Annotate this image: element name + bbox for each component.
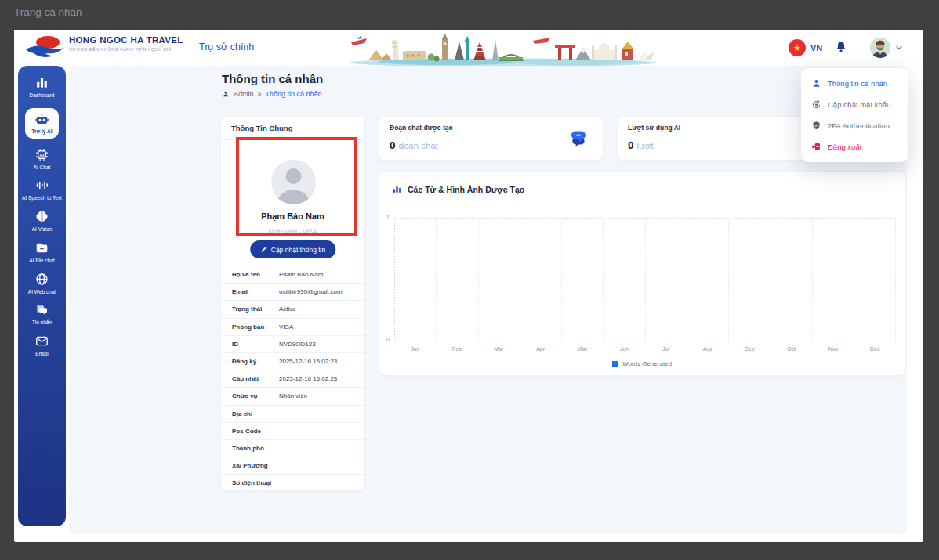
header-divider — [190, 38, 190, 57]
dashboard-bars-icon — [34, 75, 49, 90]
folder-icon — [34, 240, 49, 255]
stat-card-chats-created: Đoạn chat được tạo 0đoạn chat — [379, 116, 604, 161]
menu-item-update-password[interactable]: Cập nhật mật khẩu — [801, 94, 908, 115]
menu-item-label: 2FA Authentication — [828, 121, 890, 130]
active-item-highlight: Trợ lý AI — [25, 108, 58, 139]
x-axis-tick: Jan — [394, 346, 436, 352]
menu-item-label: Đăng xuất — [828, 143, 861, 151]
x-axis-tick: Sep — [729, 346, 770, 352]
sidebar-item-label: AI Vision — [31, 226, 54, 233]
field-label: Email — [232, 288, 279, 295]
table-row: Trạng tháiActive — [221, 300, 364, 317]
menu-item-2fa[interactable]: 2FA Authentication — [801, 115, 908, 136]
main-content-panel: Thông tin cá nhân Admin » Thông tin cá n… — [69, 66, 907, 534]
field-label: Số điện thoại — [232, 479, 279, 486]
brand-tagline: HƯỚNG ĐẾN NHỮNG HÀNH TRÌNH QUÝ GIÁ — [69, 48, 183, 52]
language-label[interactable]: VN — [810, 43, 822, 52]
table-row: Xã/ Phường — [221, 457, 364, 474]
brand-name: HONG NGOC HA TRAVEL — [69, 36, 183, 45]
field-value: Nhân viên — [279, 392, 307, 399]
breadcrumb-root[interactable]: Admin — [234, 90, 254, 98]
window-title: Trang cá nhân — [14, 6, 82, 18]
sidebar-item-label: AI Web chat — [27, 289, 57, 296]
legend-swatch — [612, 361, 618, 367]
field-label: Xã/ Phường — [232, 462, 279, 469]
brand-text: HONG NGOC HA TRAVEL HƯỚNG ĐẾN NHỮNG HÀNH… — [69, 36, 183, 52]
profile-fields-table: Họ và tênPhạm Bảo Nam Emailovilibir930@g… — [221, 266, 364, 491]
app-header: HONG NGOC HA TRAVEL HƯỚNG ĐẾN NHỮNG HÀNH… — [14, 30, 923, 66]
profile-name: Phạm Bảo Nam — [221, 211, 364, 221]
person-icon — [811, 78, 821, 89]
app-window: HONG NGOC HA TRAVEL HƯỚNG ĐẾN NHỮNG HÀNH… — [14, 30, 923, 542]
profile-role-department: Nhân viên - VISA — [221, 228, 364, 235]
stat-value: 0 — [628, 139, 634, 151]
field-label: Phòng ban — [232, 323, 279, 331]
menu-item-label: Thông tin cá nhân — [828, 79, 887, 88]
menu-item-logout[interactable]: Đăng xuất — [801, 136, 908, 157]
chevron-down-icon[interactable] — [895, 44, 903, 52]
x-axis-tick: Aug — [687, 346, 728, 352]
update-info-button[interactable]: Cập nhật thông tin — [250, 240, 335, 258]
chart-title: Các Từ & Hình Ảnh Được Tạo — [408, 185, 524, 194]
breadcrumb: Admin » Thông tin cá nhân — [222, 90, 322, 98]
field-label: Trạng thái — [232, 305, 279, 313]
field-label: ID — [232, 341, 279, 348]
profile-avatar-placeholder — [271, 160, 316, 204]
chat-bubbles-icon — [34, 302, 49, 317]
menu-item-profile[interactable]: Thông tin cá nhân — [801, 73, 908, 94]
notifications-bell-icon[interactable] — [834, 40, 848, 54]
field-label: Pos Code — [232, 428, 279, 435]
sidebar-item-label: Email — [34, 351, 49, 358]
svg-text:AI: AI — [40, 152, 45, 157]
sidebar-item-email[interactable]: Email — [18, 334, 66, 358]
user-avatar[interactable] — [870, 38, 890, 58]
x-axis-tick: Jul — [645, 346, 687, 352]
page-title: Thông tin cá nhân — [222, 72, 323, 85]
stat-unit: đoạn chat — [399, 141, 439, 150]
chart-plot-area — [394, 218, 896, 341]
password-reset-icon — [811, 99, 821, 110]
menu-item-label: Cập nhật mật khẩu — [828, 100, 890, 109]
field-label: Thành phố — [232, 445, 279, 452]
envelope-icon — [34, 334, 49, 349]
branch-selector[interactable]: Trụ sở chính — [199, 42, 254, 52]
robot-assistant-icon — [34, 112, 49, 127]
field-value: VISA — [279, 323, 293, 331]
table-row: Họ và tênPhạm Bảo Nam — [221, 266, 364, 283]
brain-icon — [34, 209, 49, 224]
field-label: Đăng ký — [232, 358, 279, 365]
sidebar-item-ai-web-chat[interactable]: AI Web chat — [18, 272, 66, 296]
table-row: Thành phố — [221, 439, 364, 457]
person-icon — [222, 90, 230, 98]
vn-flag-icon[interactable]: ★ — [789, 39, 806, 56]
sidebar-item-tro-ly-ai[interactable]: Trợ lý AI — [18, 107, 66, 140]
sidebar-item-label: AI Speech to Text — [20, 195, 63, 202]
sidebar-item-dashboard[interactable]: Dashboard — [18, 75, 66, 99]
waveform-icon — [34, 178, 49, 193]
landmarks-banner-image — [346, 31, 660, 66]
field-value: Phạm Bảo Nam — [279, 271, 323, 278]
sidebar-item-tin-nhan[interactable]: Tin nhắn — [18, 302, 66, 327]
sidebar-item-ai-chat[interactable]: AI AI Chat — [18, 147, 66, 172]
field-label: Cập nhật — [232, 375, 279, 382]
profile-card: Thông Tin Chung Phạm Bảo Nam Nhân viên -… — [220, 116, 365, 491]
breadcrumb-separator: » — [258, 90, 262, 98]
chart-card: Các Từ & Hình Ảnh Được Tạo 1 0 Jan Feb M… — [379, 171, 905, 376]
breadcrumb-current[interactable]: Thông tin cá nhân — [266, 90, 322, 98]
field-label: Địa chỉ — [232, 410, 279, 417]
chart-legend[interactable]: Words Generated — [379, 360, 905, 367]
globe-icon — [34, 272, 49, 287]
stat-label: Đoạn chat được tạo — [390, 124, 593, 132]
field-value: NVD9OD123 — [279, 341, 316, 348]
sidebar-item-ai-vision[interactable]: AI Vision — [18, 209, 66, 233]
logout-icon — [811, 142, 821, 152]
table-row: Phòng banVISA — [221, 318, 364, 335]
shield-check-icon — [811, 121, 821, 131]
sidebar-item-label: Tin nhắn — [31, 320, 53, 327]
sidebar-item-ai-file-chat[interactable]: AI File chat — [18, 240, 66, 265]
pencil-icon — [260, 246, 267, 253]
sidebar-item-label: AI Chat — [32, 164, 53, 172]
x-axis-tick: Mar — [478, 346, 520, 352]
sidebar-item-ai-speech-to-text[interactable]: AI Speech to Text — [18, 178, 66, 202]
table-row: Đăng ký2025-12-16 15:02:23 — [221, 352, 364, 370]
